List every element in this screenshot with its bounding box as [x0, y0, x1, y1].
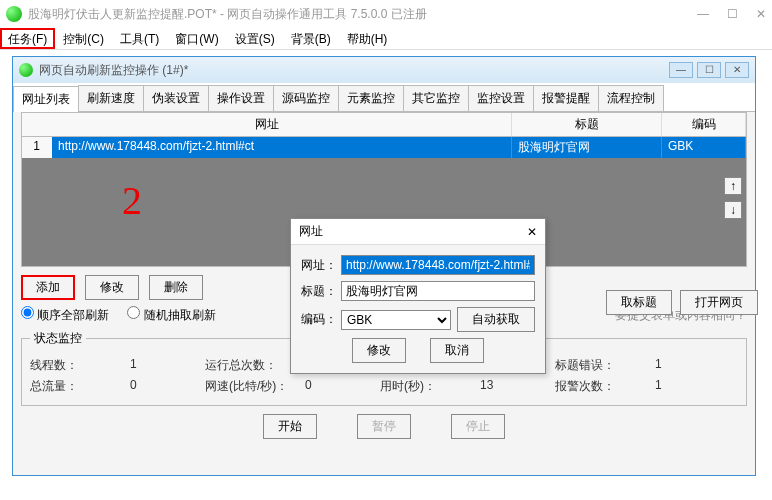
menu-task[interactable]: 任务(F): [0, 28, 55, 49]
tab-alarm[interactable]: 报警提醒: [533, 85, 599, 111]
child-min-icon[interactable]: —: [669, 62, 693, 78]
th-title: 标题: [512, 113, 662, 136]
tabs: 网址列表 刷新速度 伪装设置 操作设置 源码监控 元素监控 其它监控 监控设置 …: [13, 83, 755, 112]
dialog-cancel-button[interactable]: 取消: [430, 338, 484, 363]
dialog-close-icon[interactable]: ✕: [527, 225, 537, 239]
radio-all[interactable]: 顺序全部刷新: [21, 306, 109, 324]
menu-window[interactable]: 窗口(W): [167, 28, 226, 49]
action-row: 开始 暂停 停止: [21, 414, 747, 439]
right-buttons: 取标题 打开网页: [606, 290, 758, 315]
child-title: 网页自动刷新监控操作 (1#)*: [39, 62, 669, 79]
add-button[interactable]: 添加: [21, 275, 75, 300]
scroll-up-icon[interactable]: ↑: [724, 177, 742, 195]
child-icon: [19, 63, 33, 77]
minimize-icon[interactable]: —: [697, 7, 709, 21]
row-index: 1: [22, 137, 52, 158]
tab-other-monitor[interactable]: 其它监控: [403, 85, 469, 111]
child-controls: — ☐ ✕: [669, 62, 749, 78]
child-close-icon[interactable]: ✕: [725, 62, 749, 78]
tab-disguise[interactable]: 伪装设置: [143, 85, 209, 111]
row-title: 股海明灯官网: [512, 137, 662, 158]
menu-tools[interactable]: 工具(T): [112, 28, 167, 49]
close-icon[interactable]: ✕: [756, 7, 766, 21]
open-page-button[interactable]: 打开网页: [680, 290, 758, 315]
tab-source-monitor[interactable]: 源码监控: [273, 85, 339, 111]
tab-operation[interactable]: 操作设置: [208, 85, 274, 111]
menu-background[interactable]: 背景(B): [283, 28, 339, 49]
app-title: 股海明灯伏击人更新监控提醒.POT* - 网页自动操作通用工具 7.5.0.0 …: [28, 6, 697, 23]
url-dialog: 网址 ✕ 网址： 标题： 编码： GBK 自动获取 修改 取消: [290, 218, 546, 374]
tab-refresh-speed[interactable]: 刷新速度: [78, 85, 144, 111]
dialog-title-text: 网址: [299, 223, 527, 240]
child-max-icon[interactable]: ☐: [697, 62, 721, 78]
delete-button[interactable]: 删除: [149, 275, 203, 300]
scroll-down-icon[interactable]: ↓: [724, 201, 742, 219]
scroll-buttons: ↑ ↓: [724, 177, 742, 219]
dialog-modify-button[interactable]: 修改: [352, 338, 406, 363]
status-legend: 状态监控: [30, 330, 86, 347]
table-row[interactable]: 1 http://www.178448.com/fjzt-2.html#ct 股…: [22, 137, 746, 158]
window-controls: — ☐ ✕: [697, 7, 766, 21]
menu-control[interactable]: 控制(C): [55, 28, 112, 49]
maximize-icon[interactable]: ☐: [727, 7, 738, 21]
th-address: 网址: [22, 113, 512, 136]
url-input[interactable]: [341, 255, 535, 275]
app-icon: [6, 6, 22, 22]
menu-settings[interactable]: 设置(S): [227, 28, 283, 49]
title-label: 标题：: [301, 283, 341, 300]
modify-button[interactable]: 修改: [85, 275, 139, 300]
menubar: 任务(F) 控制(C) 工具(T) 窗口(W) 设置(S) 背景(B) 帮助(H…: [0, 28, 772, 50]
main-titlebar: 股海明灯伏击人更新监控提醒.POT* - 网页自动操作通用工具 7.5.0.0 …: [0, 0, 772, 28]
row-encoding: GBK: [662, 137, 746, 158]
start-button[interactable]: 开始: [263, 414, 317, 439]
enc-select[interactable]: GBK: [341, 310, 451, 330]
tab-monitor-settings[interactable]: 监控设置: [468, 85, 534, 111]
auto-get-button[interactable]: 自动获取: [457, 307, 535, 332]
table-header: 网址 标题 编码: [21, 112, 747, 137]
annotation-sketch: 2: [122, 177, 142, 224]
title-input[interactable]: [341, 281, 535, 301]
dialog-titlebar: 网址 ✕: [291, 219, 545, 245]
radio-random[interactable]: 随机抽取刷新: [127, 306, 215, 324]
dialog-actions: 修改 取消: [301, 338, 535, 363]
enc-label: 编码：: [301, 311, 341, 328]
pause-button[interactable]: 暂停: [357, 414, 411, 439]
child-titlebar: 网页自动刷新监控操作 (1#)* — ☐ ✕: [13, 57, 755, 83]
tab-flow[interactable]: 流程控制: [598, 85, 664, 111]
url-label: 网址：: [301, 257, 341, 274]
tab-url-list[interactable]: 网址列表: [13, 86, 79, 112]
th-encoding: 编码: [662, 113, 746, 136]
stop-button[interactable]: 停止: [451, 414, 505, 439]
tab-element-monitor[interactable]: 元素监控: [338, 85, 404, 111]
dialog-body: 网址： 标题： 编码： GBK 自动获取 修改 取消: [291, 245, 545, 373]
get-title-button[interactable]: 取标题: [606, 290, 672, 315]
menu-help[interactable]: 帮助(H): [339, 28, 396, 49]
row-address: http://www.178448.com/fjzt-2.html#ct: [52, 137, 512, 158]
